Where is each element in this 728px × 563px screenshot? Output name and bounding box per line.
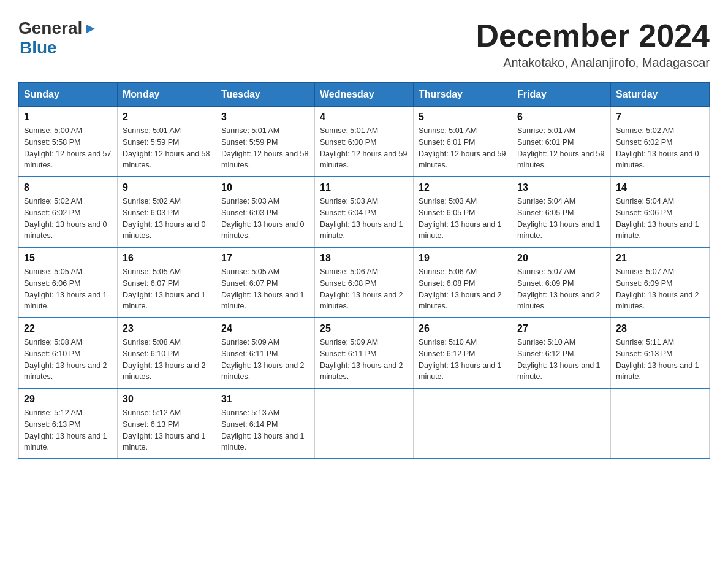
- calendar-day-cell: 12Sunrise: 5:03 AMSunset: 6:05 PMDayligh…: [414, 177, 512, 247]
- day-info: Sunrise: 5:04 AMSunset: 6:05 PMDaylight:…: [517, 196, 605, 242]
- day-number: 31: [221, 394, 309, 405]
- day-number: 15: [24, 253, 112, 264]
- day-info: Sunrise: 5:01 AMSunset: 5:59 PMDaylight:…: [123, 125, 211, 171]
- calendar-day-cell: 18Sunrise: 5:06 AMSunset: 6:08 PMDayligh…: [315, 247, 414, 318]
- day-info: Sunrise: 5:09 AMSunset: 6:11 PMDaylight:…: [221, 337, 309, 383]
- day-number: 5: [419, 112, 507, 123]
- day-info: Sunrise: 5:03 AMSunset: 6:04 PMDaylight:…: [320, 196, 408, 242]
- logo: General Blue: [18, 18, 97, 58]
- day-number: 25: [320, 323, 408, 334]
- day-number: 14: [616, 182, 704, 193]
- calendar-week-row: 8Sunrise: 5:02 AMSunset: 6:02 PMDaylight…: [19, 177, 710, 247]
- calendar-week-row: 1Sunrise: 5:00 AMSunset: 5:58 PMDaylight…: [19, 107, 710, 177]
- calendar-day-cell: 25Sunrise: 5:09 AMSunset: 6:11 PMDayligh…: [315, 318, 414, 388]
- calendar-day-cell: 23Sunrise: 5:08 AMSunset: 6:10 PMDayligh…: [118, 318, 216, 388]
- day-number: 6: [517, 112, 605, 123]
- calendar-day-cell: 2Sunrise: 5:01 AMSunset: 5:59 PMDaylight…: [118, 107, 216, 177]
- calendar-day-cell: [414, 388, 512, 459]
- day-info: Sunrise: 5:03 AMSunset: 6:03 PMDaylight:…: [221, 196, 309, 242]
- day-number: 2: [123, 112, 211, 123]
- calendar-day-cell: 21Sunrise: 5:07 AMSunset: 6:09 PMDayligh…: [611, 247, 710, 318]
- day-info: Sunrise: 5:11 AMSunset: 6:13 PMDaylight:…: [616, 337, 704, 383]
- day-info: Sunrise: 5:13 AMSunset: 6:14 PMDaylight:…: [221, 407, 309, 453]
- day-info: Sunrise: 5:08 AMSunset: 6:10 PMDaylight:…: [24, 337, 112, 383]
- day-number: 23: [123, 323, 211, 334]
- day-number: 11: [320, 182, 408, 193]
- calendar-week-row: 15Sunrise: 5:05 AMSunset: 6:06 PMDayligh…: [19, 247, 710, 318]
- calendar-day-cell: 13Sunrise: 5:04 AMSunset: 6:05 PMDayligh…: [512, 177, 611, 247]
- day-number: 1: [24, 112, 112, 123]
- calendar-day-cell: 24Sunrise: 5:09 AMSunset: 6:11 PMDayligh…: [216, 318, 315, 388]
- day-info: Sunrise: 5:10 AMSunset: 6:12 PMDaylight:…: [517, 337, 605, 383]
- day-info: Sunrise: 5:00 AMSunset: 5:58 PMDaylight:…: [24, 125, 112, 171]
- day-number: 19: [419, 253, 507, 264]
- calendar-day-cell: 20Sunrise: 5:07 AMSunset: 6:09 PMDayligh…: [512, 247, 611, 318]
- calendar-day-cell: 1Sunrise: 5:00 AMSunset: 5:58 PMDaylight…: [19, 107, 118, 177]
- day-number: 12: [419, 182, 507, 193]
- day-number: 26: [419, 323, 507, 334]
- day-info: Sunrise: 5:02 AMSunset: 6:03 PMDaylight:…: [123, 196, 211, 242]
- day-info: Sunrise: 5:05 AMSunset: 6:07 PMDaylight:…: [221, 266, 309, 312]
- calendar-day-cell: 19Sunrise: 5:06 AMSunset: 6:08 PMDayligh…: [414, 247, 512, 318]
- day-number: 29: [24, 394, 112, 405]
- calendar-table: SundayMondayTuesdayWednesdayThursdayFrid…: [18, 82, 710, 459]
- day-info: Sunrise: 5:09 AMSunset: 6:11 PMDaylight:…: [320, 337, 408, 383]
- day-info: Sunrise: 5:01 AMSunset: 6:00 PMDaylight:…: [320, 125, 408, 171]
- day-info: Sunrise: 5:01 AMSunset: 6:01 PMDaylight:…: [517, 125, 605, 171]
- day-number: 28: [616, 323, 704, 334]
- calendar-day-cell: [315, 388, 414, 459]
- day-info: Sunrise: 5:12 AMSunset: 6:13 PMDaylight:…: [24, 407, 112, 453]
- day-number: 3: [221, 112, 309, 123]
- day-info: Sunrise: 5:06 AMSunset: 6:08 PMDaylight:…: [320, 266, 408, 312]
- title-area: December 2024 Antakotako, Analanjirofo, …: [476, 18, 710, 70]
- calendar-day-cell: 22Sunrise: 5:08 AMSunset: 6:10 PMDayligh…: [19, 318, 118, 388]
- day-info: Sunrise: 5:03 AMSunset: 6:05 PMDaylight:…: [419, 196, 507, 242]
- calendar-day-cell: 28Sunrise: 5:11 AMSunset: 6:13 PMDayligh…: [611, 318, 710, 388]
- day-info: Sunrise: 5:12 AMSunset: 6:13 PMDaylight:…: [123, 407, 211, 453]
- day-number: 27: [517, 323, 605, 334]
- weekday-header-sunday: Sunday: [19, 83, 118, 107]
- day-number: 13: [517, 182, 605, 193]
- day-info: Sunrise: 5:10 AMSunset: 6:12 PMDaylight:…: [419, 337, 507, 383]
- calendar-day-cell: 8Sunrise: 5:02 AMSunset: 6:02 PMDaylight…: [19, 177, 118, 247]
- day-number: 21: [616, 253, 704, 264]
- page-header: General Blue December 2024 Antakotako, A…: [18, 18, 710, 70]
- calendar-day-cell: 9Sunrise: 5:02 AMSunset: 6:03 PMDaylight…: [118, 177, 216, 247]
- calendar-day-cell: 29Sunrise: 5:12 AMSunset: 6:13 PMDayligh…: [19, 388, 118, 459]
- calendar-day-cell: 11Sunrise: 5:03 AMSunset: 6:04 PMDayligh…: [315, 177, 414, 247]
- day-info: Sunrise: 5:08 AMSunset: 6:10 PMDaylight:…: [123, 337, 211, 383]
- calendar-day-cell: 31Sunrise: 5:13 AMSunset: 6:14 PMDayligh…: [216, 388, 315, 459]
- logo-triangle-icon: [84, 22, 97, 36]
- day-info: Sunrise: 5:07 AMSunset: 6:09 PMDaylight:…: [517, 266, 605, 312]
- day-number: 16: [123, 253, 211, 264]
- location-title: Antakotako, Analanjirofo, Madagascar: [476, 56, 710, 70]
- calendar-day-cell: 7Sunrise: 5:02 AMSunset: 6:02 PMDaylight…: [611, 107, 710, 177]
- day-number: 18: [320, 253, 408, 264]
- calendar-day-cell: 17Sunrise: 5:05 AMSunset: 6:07 PMDayligh…: [216, 247, 315, 318]
- calendar-day-cell: [611, 388, 710, 459]
- calendar-day-cell: 15Sunrise: 5:05 AMSunset: 6:06 PMDayligh…: [19, 247, 118, 318]
- day-info: Sunrise: 5:01 AMSunset: 5:59 PMDaylight:…: [221, 125, 309, 171]
- day-info: Sunrise: 5:05 AMSunset: 6:07 PMDaylight:…: [123, 266, 211, 312]
- day-info: Sunrise: 5:02 AMSunset: 6:02 PMDaylight:…: [24, 196, 112, 242]
- day-number: 17: [221, 253, 309, 264]
- day-info: Sunrise: 5:05 AMSunset: 6:06 PMDaylight:…: [24, 266, 112, 312]
- calendar-week-row: 22Sunrise: 5:08 AMSunset: 6:10 PMDayligh…: [19, 318, 710, 388]
- calendar-day-cell: 4Sunrise: 5:01 AMSunset: 6:00 PMDaylight…: [315, 107, 414, 177]
- calendar-week-row: 29Sunrise: 5:12 AMSunset: 6:13 PMDayligh…: [19, 388, 710, 459]
- svg-marker-0: [86, 25, 95, 33]
- calendar-day-cell: [512, 388, 611, 459]
- logo-blue-text: Blue: [20, 38, 57, 58]
- day-number: 4: [320, 112, 408, 123]
- day-number: 7: [616, 112, 704, 123]
- weekday-header-tuesday: Tuesday: [216, 83, 315, 107]
- weekday-header-wednesday: Wednesday: [315, 83, 414, 107]
- day-number: 9: [123, 182, 211, 193]
- calendar-day-cell: 27Sunrise: 5:10 AMSunset: 6:12 PMDayligh…: [512, 318, 611, 388]
- day-number: 30: [123, 394, 211, 405]
- weekday-header-thursday: Thursday: [414, 83, 512, 107]
- calendar-day-cell: 5Sunrise: 5:01 AMSunset: 6:01 PMDaylight…: [414, 107, 512, 177]
- calendar-day-cell: 6Sunrise: 5:01 AMSunset: 6:01 PMDaylight…: [512, 107, 611, 177]
- day-number: 24: [221, 323, 309, 334]
- weekday-header-row: SundayMondayTuesdayWednesdayThursdayFrid…: [19, 83, 710, 107]
